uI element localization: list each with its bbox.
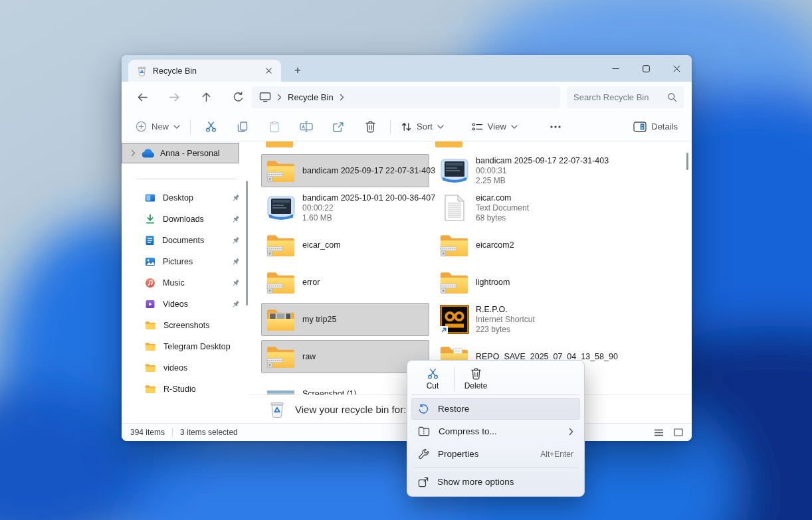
sidebar-item-music[interactable]: Music: [122, 272, 249, 294]
plus-circle-icon: [136, 121, 147, 132]
file-tile-bandicam-2025-09-17-22-07-31-403[interactable]: bandicam 2025-09-17 22-07-31-40300:00:31…: [435, 154, 613, 187]
details-view-toggle[interactable]: [654, 429, 664, 436]
copy-button[interactable]: [227, 116, 258, 138]
videos-icon: [145, 299, 155, 309]
sidebar-item-desktop[interactable]: Desktop: [122, 187, 249, 209]
divider: [172, 428, 173, 437]
submenu-chevron-icon: [569, 428, 573, 436]
file-column-1: bandicam 2025-09-17 22-07-31-403bandicam…: [261, 154, 429, 410]
sidebar-item-r-studio[interactable]: R-Studio: [122, 379, 249, 400]
forward-button[interactable]: [163, 86, 185, 108]
up-button[interactable]: [195, 86, 217, 108]
context-cut-button[interactable]: Cut: [411, 363, 454, 394]
cut-icon: [427, 367, 439, 380]
minimize-button[interactable]: [600, 55, 631, 82]
new-tab-button[interactable]: +: [289, 62, 306, 79]
restore-icon: [418, 404, 429, 414]
breadcrumb-segment[interactable]: Recycle Bin: [288, 92, 334, 102]
tab-close-icon[interactable]: [262, 65, 274, 77]
file-tile-eicarcom2[interactable]: eicarcom2: [435, 228, 613, 262]
zip-folder-icon: [265, 344, 296, 369]
context-item-show-more-options[interactable]: Show more options: [411, 471, 580, 493]
close-button[interactable]: [661, 55, 692, 82]
context-menu: CutDelete RestoreCompress to...Propertie…: [407, 360, 585, 497]
breadcrumb[interactable]: Recycle Bin: [252, 86, 560, 108]
file-tile-eicar-com[interactable]: eicar.comText Document68 bytes: [435, 191, 613, 224]
sidebar-item-screenshots[interactable]: Screenshots: [122, 315, 249, 336]
chevron-down-icon: [173, 125, 180, 129]
file-tile-bandicam-2025-09-17-22-07-31-403[interactable]: bandicam 2025-09-17 22-07-31-403: [261, 154, 429, 187]
sidebar-item-downloads[interactable]: Downloads: [122, 209, 249, 230]
tab-recycle-bin[interactable]: Recycle Bin: [128, 60, 281, 82]
view-button[interactable]: View: [466, 116, 524, 138]
search-input[interactable]: [573, 92, 667, 102]
zip-folder-icon: [439, 232, 470, 258]
share-button[interactable]: [322, 116, 354, 138]
pin-icon: [231, 300, 240, 309]
sort-button[interactable]: Sort: [395, 116, 450, 138]
sidebar-item-onedrive[interactable]: Anna - Personal: [122, 143, 239, 163]
more-options-button[interactable]: [540, 116, 571, 138]
pin-icon: [231, 194, 240, 203]
chevron-down-icon: [437, 125, 444, 129]
sidebar-item-videos[interactable]: videos: [122, 357, 249, 379]
compress-icon: [418, 426, 430, 436]
file-tile-error[interactable]: error: [261, 266, 429, 299]
context-item-restore[interactable]: Restore: [411, 398, 580, 420]
view-list-icon: [472, 122, 483, 131]
video-icon: [265, 195, 296, 220]
file-tile-lightroom[interactable]: lightroom: [435, 266, 613, 299]
shortcut-hint: Alt+Enter: [540, 450, 573, 459]
selected-count: 3 items selected: [180, 428, 238, 437]
details-pane-icon: [633, 122, 647, 132]
file-tile-raw[interactable]: raw: [261, 340, 429, 373]
new-button[interactable]: New: [130, 116, 186, 138]
search-icon: [667, 92, 677, 102]
sidebar-item-telegram-desktop[interactable]: Telegram Desktop: [122, 336, 249, 357]
back-button[interactable]: [131, 86, 153, 108]
maximize-button[interactable]: [631, 55, 661, 82]
refresh-button[interactable]: [227, 86, 249, 108]
window-controls: [600, 55, 692, 82]
paste-button[interactable]: [258, 116, 290, 138]
file-scrollbar[interactable]: [686, 153, 688, 170]
context-delete-button[interactable]: Delete: [455, 363, 497, 394]
divider: [190, 120, 191, 134]
file-tile-r-e-p-o[interactable]: R.E.P.O.Internet Shortcut223 bytes: [435, 303, 613, 336]
sidebar-item-documents[interactable]: Documents: [122, 230, 249, 251]
cut-button[interactable]: [195, 116, 227, 138]
desktop: Recycle Bin + Recycle Bin: [0, 0, 812, 520]
context-item-properties[interactable]: PropertiesAlt+Enter: [411, 443, 580, 465]
search-box[interactable]: [567, 86, 684, 108]
file-tile-eicar-com[interactable]: eicar_com: [261, 228, 429, 262]
onedrive-cloud-icon: [142, 149, 154, 158]
pin-icon: [231, 258, 240, 266]
expand-chevron-icon: [131, 149, 136, 157]
address-bar: Recycle Bin: [122, 82, 692, 112]
pin-icon: [231, 279, 240, 288]
rename-button[interactable]: [290, 116, 322, 138]
video-icon: [439, 158, 470, 183]
navigation-pane: Anna - Personal DesktopDownloadsDocument…: [122, 141, 249, 423]
item-count: 394 items: [130, 428, 165, 437]
showmore-icon: [418, 477, 429, 487]
banner-text: View your recycle bin for:: [295, 404, 406, 415]
sort-arrows-icon: [401, 122, 412, 132]
zip-folder-icon: [265, 158, 296, 183]
clipped-folder-icon: [266, 141, 293, 147]
delete-button[interactable]: [354, 116, 386, 138]
thumbnail-view-toggle[interactable]: [674, 428, 683, 436]
divider: [413, 468, 578, 468]
file-tile-my-trip25[interactable]: my trip25: [261, 303, 429, 336]
context-item-compress-to[interactable]: Compress to...: [411, 420, 580, 442]
sidebar-scrollbar[interactable]: [246, 181, 248, 305]
this-pc-icon: [259, 92, 271, 102]
sidebar-item-videos[interactable]: Videos: [122, 294, 249, 315]
details-pane-button[interactable]: Details: [627, 116, 684, 138]
tab-title: Recycle Bin: [153, 66, 197, 76]
sidebar-item-pictures[interactable]: Pictures: [122, 251, 249, 272]
divider: [390, 120, 391, 134]
shortcut-icon: [439, 305, 470, 334]
pin-icon: [231, 215, 240, 224]
file-tile-bandicam-2025-10-01-20-00-36-407[interactable]: bandicam 2025-10-01 20-00-36-40700:00:22…: [261, 191, 429, 224]
